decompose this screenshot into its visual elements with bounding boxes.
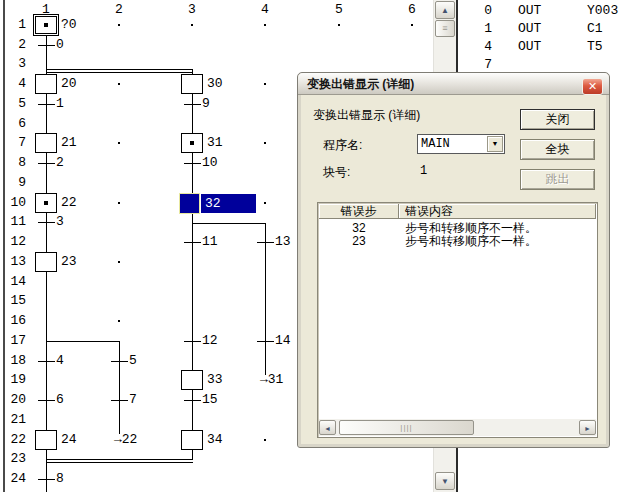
error-row[interactable]: 23 步号和转移顺序不一样。: [319, 235, 596, 248]
sfc-transition[interactable]: [184, 242, 201, 243]
sfc-transition-label: 9: [202, 96, 210, 112]
instruction-row[interactable]: 1 OUT C1: [458, 21, 619, 37]
sfc-transition[interactable]: [184, 400, 201, 401]
sfc-step[interactable]: [35, 430, 57, 450]
sfc-transition-label: 11: [202, 234, 218, 250]
sfc-transition[interactable]: [38, 361, 55, 362]
row-header: 15: [4, 293, 26, 308]
instruction-step: 1: [460, 21, 492, 37]
sfc-transition[interactable]: [111, 400, 128, 401]
instruction-row[interactable]: 0 OUT Y003: [458, 3, 619, 19]
row-header: 17: [4, 333, 26, 348]
sfc-transition-label: 15: [202, 392, 218, 408]
up-arrow-icon: ▲: [441, 6, 449, 15]
sfc-step-selected[interactable]: [179, 193, 200, 214]
sfc-transition[interactable]: [38, 222, 55, 223]
sfc-step[interactable]: [181, 133, 203, 153]
chevron-down-icon[interactable]: ▼: [487, 136, 503, 152]
scroll-up-button[interactable]: ▲: [435, 1, 455, 19]
instruction-row[interactable]: 7: [458, 57, 619, 73]
sfc-transition-label: 7: [129, 392, 137, 408]
sfc-step-action-dot: [44, 201, 48, 205]
sfc-step-label: 34: [207, 432, 223, 448]
sfc-step-label: 21: [61, 135, 77, 151]
sfc-jump-label[interactable]: →22: [114, 432, 137, 448]
sfc-step[interactable]: [35, 193, 57, 213]
sfc-transition[interactable]: [38, 479, 55, 480]
sfc-transition[interactable]: [38, 104, 55, 105]
sfc-link-line: [46, 69, 193, 70]
grid-dot: [264, 24, 266, 26]
sfc-transition[interactable]: [38, 163, 55, 164]
all-blocks-button[interactable]: 全块: [520, 139, 595, 160]
row-header: 12: [4, 234, 26, 249]
sfc-link-line: [46, 72, 193, 73]
dialog-title-bar[interactable]: 变换出错显示 (详细): [298, 73, 609, 95]
sfc-step-label: 22: [61, 195, 77, 211]
sfc-transition[interactable]: [257, 242, 274, 243]
horizontal-scroll-thumb[interactable]: ||||: [339, 420, 474, 435]
grid-dot: [264, 202, 266, 204]
sfc-transition[interactable]: [257, 341, 274, 342]
scroll-right-button[interactable]: ►: [579, 420, 596, 435]
sfc-transition[interactable]: [111, 361, 128, 362]
sfc-step[interactable]: [35, 133, 57, 153]
row-header: 23: [4, 451, 26, 466]
row-header: 13: [4, 254, 26, 269]
scroll-down-button[interactable]: ▼: [435, 472, 455, 490]
sfc-transition-label: 0: [56, 37, 64, 53]
conversion-error-dialog: 变换出错显示 (详细) ✕ 变换出错显示 (详细) 程序名: MAIN ▼ 块号…: [298, 73, 609, 447]
error-list-horizontal-scrollbar[interactable]: ◄ |||| ►: [319, 419, 596, 436]
sfc-step[interactable]: [35, 252, 57, 272]
program-name-combobox[interactable]: MAIN ▼: [417, 134, 505, 154]
dialog-title: 变换出错显示 (详细): [307, 77, 414, 91]
down-arrow-icon: ▼: [441, 477, 449, 486]
grid-dot: [118, 261, 120, 263]
error-list[interactable]: 错误步 错误内容 32 步号和转移顺序不一样。 23 步号和转移顺序不一样。 ◄…: [317, 202, 598, 438]
sfc-link-line: [46, 341, 120, 342]
error-step-column-header[interactable]: 错误步: [319, 204, 399, 219]
close-button[interactable]: ✕: [582, 78, 603, 95]
sfc-step[interactable]: [181, 430, 203, 450]
jump-button: 跳出: [520, 169, 595, 190]
program-name-label: 程序名:: [323, 137, 362, 154]
grid-dot: [264, 142, 266, 144]
error-content: 步号和转移顺序不一样。: [405, 235, 537, 248]
instruction-opcode: OUT: [518, 21, 541, 37]
vertical-scroll-thumb[interactable]: ≡: [435, 20, 455, 37]
instruction-row[interactable]: 4 OUT T5: [458, 39, 619, 55]
sfc-transition-label: 12: [202, 333, 218, 349]
error-content-column-header[interactable]: 错误内容: [399, 204, 596, 219]
sfc-transition-label: 4: [56, 353, 64, 369]
sfc-transition[interactable]: [38, 400, 55, 401]
thumb-grip-icon: ≡: [442, 23, 447, 33]
block-number-value: 1: [420, 164, 427, 178]
thumb-grip-icon: ||||: [400, 423, 412, 432]
error-step: 23: [319, 235, 399, 248]
row-header: 16: [4, 313, 26, 328]
sfc-jump-label[interactable]: →31: [260, 372, 283, 388]
sfc-link-line: [119, 342, 120, 434]
scroll-left-button[interactable]: ◄: [319, 420, 336, 435]
close-dialog-button[interactable]: 关闭: [520, 109, 595, 130]
sfc-initial-step[interactable]: [33, 14, 59, 36]
column-header: 5: [329, 2, 349, 17]
sfc-transition-label: 3: [56, 214, 64, 230]
sfc-transition[interactable]: [184, 163, 201, 164]
sfc-step-selected-label[interactable]: 32: [200, 193, 257, 214]
sfc-transition[interactable]: [184, 104, 201, 105]
grid-dot: [338, 24, 340, 26]
sfc-step[interactable]: [181, 370, 203, 390]
block-number-label: 块号:: [323, 164, 350, 181]
sfc-transition[interactable]: [38, 45, 55, 46]
sfc-transition-label: 2: [56, 155, 64, 171]
sfc-step[interactable]: [35, 74, 57, 94]
grid-dot: [118, 83, 120, 85]
sfc-step[interactable]: [181, 74, 203, 94]
row-header: 11: [4, 214, 26, 229]
row-header: 19: [4, 372, 26, 387]
sfc-step-label: 23: [61, 254, 77, 270]
sfc-step-action-dot: [190, 141, 194, 145]
sfc-transition[interactable]: [184, 341, 201, 342]
grid-dot: [118, 320, 120, 322]
